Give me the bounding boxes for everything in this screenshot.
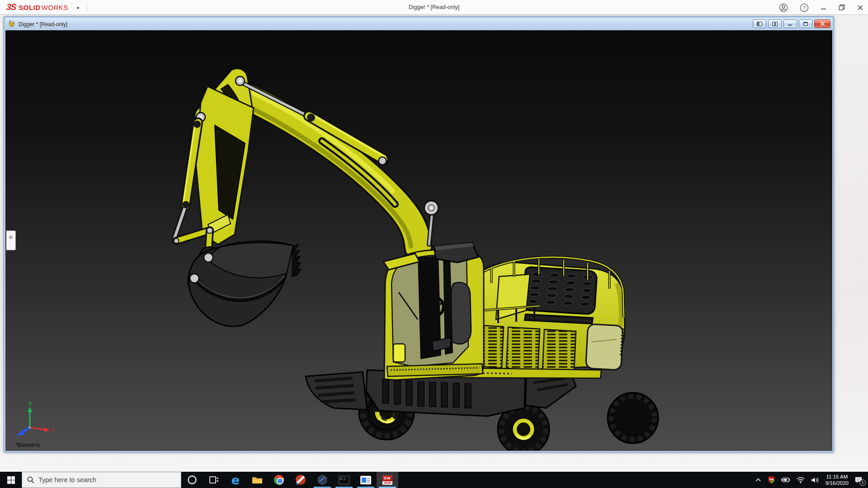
document-window: Digger * [Read-only] xyxy=(4,16,834,453)
wifi-icon[interactable] xyxy=(796,477,805,483)
minimize-button[interactable] xyxy=(821,5,827,11)
help-icon[interactable]: ? xyxy=(800,3,809,12)
taskbar-icon-window-app[interactable] xyxy=(355,472,377,488)
command-prompt-icon: C:\ xyxy=(339,476,349,484)
show-left-pane-button[interactable] xyxy=(753,19,766,28)
search-icon xyxy=(27,476,34,483)
taskbar-icon-chrome[interactable] xyxy=(268,472,290,488)
taskbar-icon-task-view[interactable] xyxy=(203,472,225,488)
document-titlebar[interactable]: Digger * [Read-only] xyxy=(5,18,832,30)
account-icon[interactable] xyxy=(779,3,788,12)
taskbar-icon-hexagon-app[interactable] xyxy=(311,472,333,488)
close-button[interactable] xyxy=(857,5,863,11)
taskbar-icon-snipping-tool[interactable] xyxy=(290,472,311,488)
tray-chevron-icon[interactable] xyxy=(755,478,761,482)
orientation-triad-icon: Y X xyxy=(12,402,55,440)
volume-icon[interactable] xyxy=(811,477,820,483)
graphics-viewport[interactable]: Y X *Dimetric xyxy=(5,30,832,451)
svg-text:SW: SW xyxy=(769,478,774,481)
snipping-tool-icon xyxy=(296,475,306,485)
search-input[interactable] xyxy=(38,476,165,483)
triad-x-label: X xyxy=(51,427,54,433)
tray-time: 11:15 AM xyxy=(826,474,849,480)
window-app-icon xyxy=(360,476,371,484)
svg-text:?: ? xyxy=(803,5,806,10)
app-titlebar: 3S SOLIDWORKS ▸ Digger * [Read-only] ? xyxy=(0,0,868,15)
cortana-icon xyxy=(187,475,197,485)
document-title: Digger * [Read-only] xyxy=(19,21,67,28)
part-document-icon xyxy=(8,20,16,29)
start-button[interactable] xyxy=(0,472,22,488)
battery-icon[interactable] xyxy=(781,477,790,483)
file-explorer-icon xyxy=(252,475,263,484)
action-center[interactable]: 1 xyxy=(854,476,863,484)
taskbar-icon-solidworks-2020[interactable]: SW 2020 xyxy=(377,472,398,488)
dassault-logo-icon: 3S xyxy=(6,2,17,12)
doc-close-button[interactable] xyxy=(814,19,830,28)
show-right-pane-button[interactable] xyxy=(768,19,782,28)
taskbar-icon-edge[interactable]: e xyxy=(225,472,246,488)
notification-badge: 1 xyxy=(859,479,866,486)
edge-icon: e xyxy=(231,474,240,486)
taskbar-icon-file-explorer[interactable] xyxy=(246,472,268,488)
chrome-icon xyxy=(274,475,284,485)
taskbar-icon-command-prompt[interactable]: C:\ xyxy=(333,472,355,488)
system-tray: SW 11:15 AM 9/16/2020 1 xyxy=(755,472,868,488)
titlebar-divider xyxy=(87,3,87,12)
task-view-icon xyxy=(209,475,219,484)
tray-clock[interactable]: 11:15 AM 9/16/2020 xyxy=(826,474,849,486)
excavator-model[interactable] xyxy=(5,30,832,450)
taskbar-icon-cortana[interactable] xyxy=(181,472,203,488)
solidworks-2020-icon: SW 2020 xyxy=(382,475,392,485)
view-orientation-label: *Dimetric xyxy=(15,442,40,448)
brand-works-text: WORKS xyxy=(42,4,68,11)
doc-minimize-button[interactable] xyxy=(783,19,797,28)
taskbar-search[interactable] xyxy=(22,472,181,488)
collapsed-featuremanager-tab[interactable] xyxy=(6,230,16,250)
triad-y-label: Y xyxy=(28,402,32,407)
menu-flyout-arrow-icon[interactable]: ▸ xyxy=(77,5,80,10)
tray-date: 9/16/2020 xyxy=(826,480,849,486)
windows-taskbar: e C:\ SW 2020 SW 11:15 AM 9/16/2020 xyxy=(0,472,868,488)
solidworks-logo: 3S SOLIDWORKS ▸ xyxy=(0,2,87,12)
app-window-title: Digger * [Read-only] xyxy=(0,4,868,10)
solidworks-monitor-shield-icon[interactable]: SW xyxy=(767,476,775,484)
hexagon-app-icon xyxy=(317,474,328,485)
doc-maximize-button[interactable] xyxy=(799,19,812,28)
brand-solid-text: SOLID xyxy=(19,4,40,11)
windows-logo-icon xyxy=(7,476,15,484)
restore-button[interactable] xyxy=(839,4,845,11)
